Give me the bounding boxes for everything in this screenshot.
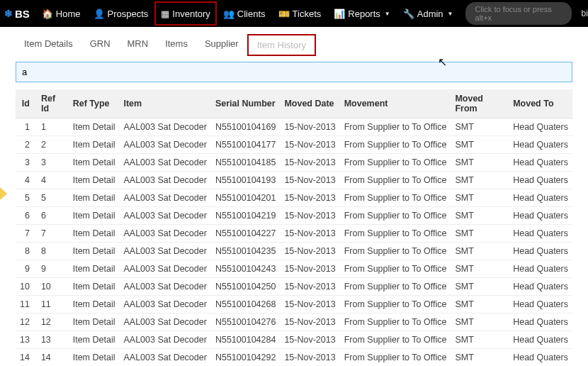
table-row[interactable]: 1313Item DetailAAL003 Sat DecoderN551001… [16, 331, 572, 349]
cell-item: AAL003 Sat Decoder [119, 189, 210, 207]
cell-to: Head Quaters [509, 331, 572, 349]
cell-ref: 14 [37, 349, 69, 367]
table-row[interactable]: 99Item DetailAAL003 Sat DecoderN55100104… [16, 260, 572, 278]
cell-from: SMT [451, 278, 509, 296]
nav-prospects[interactable]: 👤 Prospects [87, 0, 155, 27]
tab-items[interactable]: Items [157, 34, 196, 56]
cell-type: Item Detail [69, 349, 120, 367]
cell-serial: N55100104201 [211, 189, 281, 207]
table-row[interactable]: 1010Item DetailAAL003 Sat DecoderN551001… [16, 278, 572, 296]
col-item[interactable]: Item [119, 89, 210, 118]
cell-id: 10 [16, 278, 37, 296]
table-row[interactable]: 66Item DetailAAL003 Sat DecoderN55100104… [16, 207, 572, 225]
cell-type: Item Detail [69, 243, 120, 260]
cell-date: 15-Nov-2013 [280, 349, 339, 367]
cell-id: 6 [16, 207, 37, 225]
cell-serial: N55100104292 [211, 349, 281, 367]
col-ref-type[interactable]: Ref Type [69, 89, 120, 118]
cell-type: Item Detail [69, 331, 120, 349]
cell-movement: From Supplier to To Office [340, 243, 451, 260]
cell-item: AAL003 Sat Decoder [119, 314, 210, 331]
nav-reports[interactable]: 📊 Reports ▼ [327, 0, 396, 27]
cell-to: Head Quaters [509, 207, 572, 225]
col-moved-to[interactable]: Moved To [509, 89, 572, 118]
tab-grn[interactable]: GRN [81, 34, 119, 56]
cell-movement: From Supplier to To Office [340, 207, 451, 225]
cell-to: Head Quaters [509, 349, 572, 367]
table-row[interactable]: 22Item DetailAAL003 Sat DecoderN55100104… [16, 136, 572, 154]
brand[interactable]: ❄ BS [4, 8, 30, 20]
user-menu[interactable]: billing ▼ [577, 9, 588, 18]
cell-date: 15-Nov-2013 [280, 278, 339, 296]
col-moved-date[interactable]: Moved Date [280, 89, 339, 118]
cell-from: SMT [451, 314, 509, 331]
nav-clients[interactable]: 👥 Clients [217, 0, 272, 27]
nav-reports-label: Reports [348, 9, 380, 19]
cell-serial: N55100104193 [211, 172, 281, 189]
table-row[interactable]: 1212Item DetailAAL003 Sat DecoderN551001… [16, 314, 572, 331]
cell-type: Item Detail [69, 207, 120, 225]
col-serial[interactable]: Serial Number [211, 89, 281, 118]
table-row[interactable]: 33Item DetailAAL003 Sat DecoderN55100104… [16, 154, 572, 172]
cell-id: 9 [16, 260, 37, 278]
tab-supplier[interactable]: Supplier [196, 34, 247, 56]
cell-serial: N55100104243 [211, 260, 281, 278]
table-row[interactable]: 55Item DetailAAL003 Sat DecoderN55100104… [16, 189, 572, 207]
global-search[interactable]: Click to focus or press alt+x [465, 2, 572, 25]
cell-to: Head Quaters [509, 260, 572, 278]
cell-date: 15-Nov-2013 [280, 118, 339, 136]
col-id[interactable]: Id [16, 89, 37, 118]
nav-admin[interactable]: 🔧 Admin ▼ [397, 0, 460, 27]
table-row[interactable]: 77Item DetailAAL003 Sat DecoderN55100104… [16, 225, 572, 243]
nav-tickets[interactable]: 🎫 Tickets [272, 0, 328, 27]
cell-ref: 8 [37, 243, 69, 260]
cell-id: 5 [16, 189, 37, 207]
tab-item-details[interactable]: Item Details [16, 34, 81, 56]
cell-ref: 13 [37, 331, 69, 349]
chevron-down-icon: ▼ [448, 11, 453, 17]
cell-ref: 3 [37, 154, 69, 172]
cell-id: 13 [16, 331, 37, 349]
cell-item: AAL003 Sat Decoder [119, 296, 210, 314]
cell-item: AAL003 Sat Decoder [119, 349, 210, 367]
table-row[interactable]: 44Item DetailAAL003 Sat DecoderN55100104… [16, 172, 572, 189]
filter-input[interactable] [16, 62, 572, 82]
col-movement[interactable]: Movement [340, 89, 451, 118]
cell-date: 15-Nov-2013 [280, 225, 339, 243]
tab-mrn[interactable]: MRN [119, 34, 157, 56]
cell-serial: N55100104219 [211, 207, 281, 225]
cell-movement: From Supplier to To Office [340, 189, 451, 207]
cell-date: 15-Nov-2013 [280, 331, 339, 349]
cell-to: Head Quaters [509, 314, 572, 331]
cell-id: 2 [16, 136, 37, 154]
nav-inventory[interactable]: ▦ Inventory [154, 1, 216, 26]
chevron-down-icon: ▼ [385, 11, 390, 17]
col-moved-from[interactable]: Moved From [451, 89, 509, 118]
nav-home[interactable]: 🏠 Home [35, 0, 87, 27]
cell-movement: From Supplier to To Office [340, 278, 451, 296]
col-ref-id[interactable]: Ref Id [37, 89, 69, 118]
cell-serial: N55100104185 [211, 154, 281, 172]
cell-movement: From Supplier to To Office [340, 314, 451, 331]
cell-from: SMT [451, 136, 509, 154]
cell-to: Head Quaters [509, 296, 572, 314]
cell-serial: N55100104169 [211, 118, 281, 136]
cell-serial: N55100104284 [211, 331, 281, 349]
cell-from: SMT [451, 172, 509, 189]
table-row[interactable]: 1111Item DetailAAL003 Sat DecoderN551001… [16, 296, 572, 314]
cell-item: AAL003 Sat Decoder [119, 118, 210, 136]
cell-id: 8 [16, 243, 37, 260]
chart-icon: 📊 [334, 9, 345, 19]
nav-inventory-label: Inventory [172, 9, 210, 19]
cell-movement: From Supplier to To Office [340, 118, 451, 136]
table-row[interactable]: 11Item DetailAAL003 Sat DecoderN55100104… [16, 118, 572, 136]
cell-from: SMT [451, 207, 509, 225]
home-icon: 🏠 [42, 9, 53, 19]
tab-item-history[interactable]: Item History [247, 34, 316, 56]
cell-ref: 11 [37, 296, 69, 314]
table-row[interactable]: 88Item DetailAAL003 Sat DecoderN55100104… [16, 243, 572, 260]
brand-icon: ❄ [4, 8, 13, 19]
cell-from: SMT [451, 331, 509, 349]
table-row[interactable]: 1414Item DetailAAL003 Sat DecoderN551001… [16, 349, 572, 367]
cell-type: Item Detail [69, 172, 120, 189]
